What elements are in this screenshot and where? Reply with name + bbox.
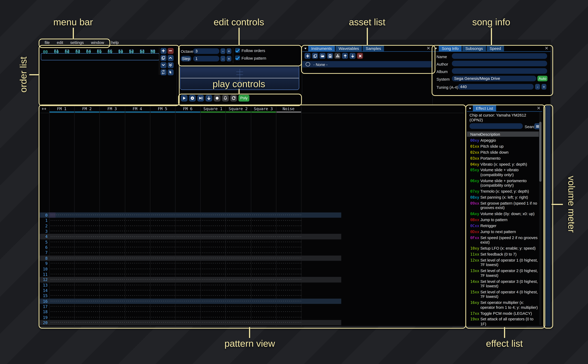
pattern-cell[interactable]: ············· bbox=[175, 315, 200, 320]
channel-header-fm-5[interactable]: FM 5 bbox=[150, 106, 175, 111]
order-cell[interactable]: 00 bbox=[51, 50, 62, 54]
pattern-cell[interactable]: ············· bbox=[99, 245, 125, 250]
pattern-cell[interactable]: ············· bbox=[74, 304, 99, 309]
pattern-cell[interactable]: ············· bbox=[49, 309, 74, 314]
pattern-cell[interactable]: ············· bbox=[74, 309, 99, 314]
pattern-cell[interactable]: ············· bbox=[49, 261, 74, 266]
menu-item-settings[interactable]: settings bbox=[70, 40, 84, 45]
pattern-cell[interactable]: ············· bbox=[175, 282, 200, 288]
pattern-cell[interactable]: ············· bbox=[150, 261, 175, 266]
step-button[interactable]: Step bbox=[181, 56, 191, 61]
pattern-cell[interactable]: ············· bbox=[276, 223, 301, 228]
pattern-row-6[interactable]: 6·······································… bbox=[40, 245, 341, 250]
pattern-row-17[interactable]: 17······································… bbox=[40, 304, 341, 309]
pattern-cell[interactable]: ············· bbox=[74, 239, 99, 245]
pattern-row-14[interactable]: 14······································… bbox=[40, 288, 341, 293]
pattern-cell[interactable]: ············· bbox=[99, 282, 125, 288]
pattern-cell[interactable]: ············· bbox=[200, 228, 225, 234]
step-plus-button[interactable]: + bbox=[226, 56, 231, 61]
pattern-cell[interactable]: ············· bbox=[200, 239, 225, 245]
effect-row-01xx[interactable]: 01xxPitch slide up bbox=[467, 144, 539, 149]
pattern-cell[interactable]: ············· bbox=[200, 234, 225, 239]
author-field[interactable] bbox=[452, 61, 547, 66]
pattern-cell[interactable]: ············· bbox=[175, 234, 200, 239]
pattern-cell[interactable]: ············· bbox=[225, 223, 251, 228]
tab-instruments[interactable]: Instruments bbox=[308, 45, 335, 51]
pattern-cell[interactable]: ············· bbox=[276, 266, 301, 272]
pattern-row-11[interactable]: 11······································… bbox=[40, 272, 341, 277]
pattern-cell[interactable]: ············· bbox=[175, 288, 200, 293]
pattern-cell[interactable]: ············· bbox=[276, 293, 301, 299]
pattern-cell[interactable]: ············· bbox=[150, 272, 175, 277]
pattern-cell[interactable]: ············· bbox=[49, 293, 74, 299]
pattern-cell[interactable]: ············· bbox=[276, 304, 301, 309]
pattern-cell[interactable]: ············· bbox=[74, 250, 99, 255]
save-button[interactable] bbox=[327, 53, 333, 59]
pattern-cell[interactable]: ············· bbox=[99, 255, 125, 261]
arrow-down-button[interactable] bbox=[205, 95, 212, 101]
pattern-cell[interactable]: ············· bbox=[200, 288, 225, 293]
pattern-cell[interactable]: ············· bbox=[225, 239, 251, 245]
copy-button[interactable] bbox=[312, 53, 318, 59]
caret-down-icon[interactable] bbox=[304, 47, 307, 50]
effect-row-19xx[interactable]: 19xxSet attack of all operators (0 to 1F… bbox=[467, 317, 539, 326]
pattern-cell[interactable]: ············· bbox=[200, 272, 225, 277]
channel-header-square-3[interactable]: Square 3 bbox=[251, 106, 276, 111]
play-circle-button[interactable] bbox=[189, 95, 195, 101]
effect-row-13xx[interactable]: 13xxSet level of operator 2 (0 highest, … bbox=[467, 269, 539, 278]
pattern-cell[interactable]: ············· bbox=[150, 309, 175, 314]
pattern-cell[interactable]: ············· bbox=[276, 250, 301, 255]
step-minus-button[interactable]: - bbox=[220, 56, 225, 61]
pattern-cell[interactable]: ············· bbox=[150, 223, 175, 228]
chevrons-down-button[interactable] bbox=[168, 62, 173, 68]
pattern-cell[interactable]: ············· bbox=[251, 304, 276, 309]
pattern-cell[interactable]: ············· bbox=[125, 304, 150, 309]
channel-header-square-1[interactable]: Square 1 bbox=[200, 106, 225, 111]
tab-song-info[interactable]: Song Info bbox=[439, 45, 462, 51]
pattern-cell[interactable]: ············· bbox=[49, 213, 74, 218]
tree-button[interactable] bbox=[335, 53, 340, 59]
pattern-cell[interactable]: ············· bbox=[251, 309, 276, 314]
auto-system-button[interactable]: Auto bbox=[537, 76, 548, 81]
pattern-cell[interactable]: ············· bbox=[74, 299, 99, 304]
caret-down-icon[interactable] bbox=[434, 47, 437, 50]
pattern-cell[interactable]: ············· bbox=[276, 255, 301, 261]
step-row-button[interactable] bbox=[197, 95, 204, 101]
tuning-field[interactable]: 440 bbox=[458, 84, 534, 89]
pattern-cell[interactable]: ············· bbox=[99, 293, 125, 299]
pattern-cell[interactable]: ············· bbox=[49, 288, 74, 293]
pattern-cell[interactable]: ············· bbox=[225, 315, 251, 320]
pattern-row-2[interactable]: 2·······································… bbox=[40, 223, 341, 228]
pattern-cell[interactable]: ············· bbox=[125, 293, 150, 299]
pattern-cell[interactable]: ············· bbox=[251, 266, 276, 272]
pattern-cell[interactable]: ············· bbox=[99, 309, 125, 314]
pattern-cell[interactable]: ············· bbox=[200, 299, 225, 304]
effect-row-0Bxx[interactable]: 0BxxJump to pattern bbox=[467, 218, 539, 222]
pattern-row-20[interactable]: 20······································… bbox=[40, 320, 341, 325]
pattern-cell[interactable]: ············· bbox=[125, 234, 150, 239]
pattern-cell[interactable]: ············· bbox=[74, 282, 99, 288]
effect-row-0Axy[interactable]: 0AxyVolume slide (0y: down; x0: up) bbox=[467, 212, 539, 216]
effect-row-17xx[interactable]: 17xxToggle PCM mode (LEGACY) bbox=[467, 311, 539, 316]
pattern-cell[interactable]: ············· bbox=[225, 213, 251, 218]
pattern-cell[interactable]: ············· bbox=[150, 320, 175, 325]
channel-header-fm-1[interactable]: FM 1 bbox=[49, 106, 74, 111]
pattern-cell[interactable]: ············· bbox=[276, 309, 301, 314]
pattern-cell[interactable]: ············· bbox=[276, 282, 301, 288]
pattern-cell[interactable]: ············· bbox=[225, 250, 251, 255]
order-cell[interactable]: 00 bbox=[137, 50, 147, 54]
pattern-cell[interactable]: ············· bbox=[99, 213, 125, 218]
pattern-cell[interactable]: ············· bbox=[225, 288, 251, 293]
pattern-cell[interactable]: ············· bbox=[276, 213, 301, 218]
pattern-row-13[interactable]: 13······································… bbox=[40, 282, 341, 288]
effect-row-00xy[interactable]: 00xyArpeggio bbox=[467, 138, 539, 143]
pattern-cell[interactable]: ············· bbox=[276, 277, 301, 282]
pattern-cell[interactable]: ············· bbox=[150, 304, 175, 309]
pattern-row-7[interactable]: 7·······································… bbox=[40, 250, 341, 255]
pattern-cell[interactable]: ············· bbox=[150, 228, 175, 234]
pattern-cell[interactable]: ············· bbox=[74, 255, 99, 261]
tab-speed[interactable]: Speed bbox=[487, 45, 504, 51]
pattern-cell[interactable]: ············· bbox=[99, 250, 125, 255]
copy-button[interactable] bbox=[160, 55, 166, 61]
pattern-cell[interactable]: ············· bbox=[225, 245, 251, 250]
